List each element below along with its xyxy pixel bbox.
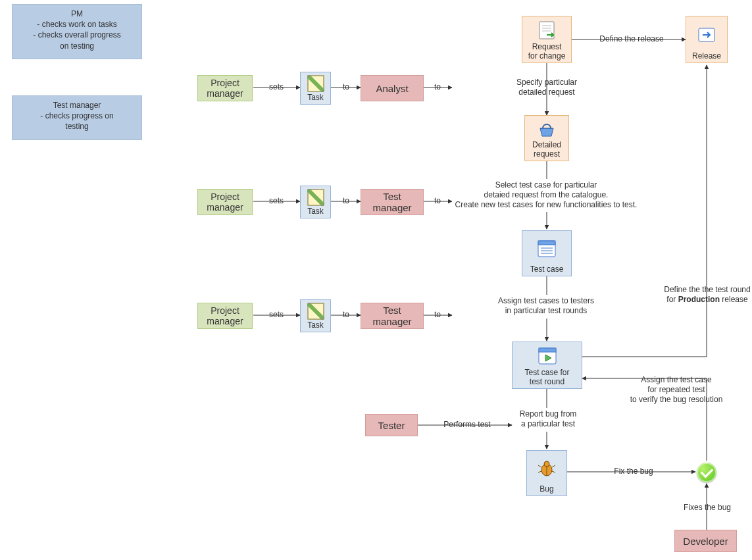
task-label: Task [307,207,324,216]
release-label: Release [692,52,721,61]
role-project-manager-1: Project manager [197,75,253,101]
edge-define-release: Define the release [592,34,671,44]
edge-assign-testers: Assign test cases to testers in particul… [490,296,602,316]
note-pm-l3: on testing [18,41,136,51]
window-list-icon [525,234,568,264]
edge-to-2a: to [339,196,353,206]
object-bug: Bug [526,450,567,496]
role-test-manager-1: Test manager [361,189,424,215]
note-tm-title: Test manager [18,100,136,111]
note-pm-l2: - checks overall progress [18,30,136,40]
edge-sets-3: sets [263,310,289,320]
svg-rect-33 [538,241,555,245]
role-tester: Tester [365,414,418,436]
svg-line-42 [552,465,555,467]
bug-label: Bug [539,485,553,494]
svg-rect-38 [539,348,556,352]
edge-define-production: Define the the test round for Production… [658,275,752,305]
object-detailed-request: Detailed request [524,115,569,161]
basket-icon [528,118,566,140]
object-request-for-change: Request for change [522,16,572,63]
document-arrow-icon [525,19,568,41]
object-test-case: Test case [522,230,572,276]
edge-sets-2: sets [263,196,289,206]
svg-line-44 [552,471,555,472]
svg-line-41 [538,465,541,467]
test-case-label: Test case [530,265,564,274]
edge-to-1b: to [431,82,444,92]
note-pm: PM - checks work on tasks - checks overa… [12,4,142,59]
edge-select-catalogue: Select test case for particular detaied … [451,180,641,210]
detailed-request-label: Detailed request [532,141,561,159]
role-test-manager-2: Test manager [361,303,424,329]
object-task-2: Task [300,186,331,218]
diagram-canvas: PM - checks work on tasks - checks overa… [0,0,752,560]
note-test-manager: Test manager - checks progress on testin… [12,95,142,140]
bug-icon [530,453,564,484]
role-analyst: Analyst [361,75,424,101]
task-icon [303,303,328,320]
note-pm-l1: - checks work on tasks [18,19,136,30]
edge-to-1a: to [339,82,353,92]
object-task-1: Task [300,72,331,105]
note-pm-title: PM [18,9,136,19]
task-label: Task [307,321,324,330]
role-developer: Developer [674,530,737,552]
edge-fixes-the-bug: Fixes the bug [681,503,734,513]
object-release: Release [686,16,728,63]
svg-point-40 [544,461,549,467]
task-icon [303,75,328,92]
edge-define-production-c: release [720,295,748,304]
edge-report-bug: Report bug from a particular test [509,409,588,429]
edge-specify-detailed: Specify particular detailed request [500,78,593,97]
request-for-change-label: Request for change [528,43,566,61]
test-case-for-round-label: Test case for test round [524,369,569,387]
edge-assign-repeated: Assign the test case for repeated test t… [611,375,742,405]
task-label: Task [307,93,324,103]
check-icon [697,463,716,482]
edge-define-production-b: Production [678,295,720,304]
note-tm-l1: - checks progress on [18,111,136,121]
object-task-3: Task [300,299,331,332]
edge-to-3b: to [431,310,444,320]
edge-to-2b: to [431,196,444,206]
task-icon [303,189,328,206]
edge-to-3a: to [339,310,353,320]
window-play-icon [515,345,579,367]
svg-line-43 [538,471,541,472]
edge-performs-test: Performs test [434,420,500,430]
role-project-manager-3: Project manager [197,303,253,329]
note-tm-l2: testing [18,121,136,132]
release-arrow-icon [689,19,724,51]
role-project-manager-2: Project manager [197,189,253,215]
edge-sets-1: sets [263,82,289,92]
edge-fix-the-bug: Fix the bug [604,467,663,476]
object-test-case-for-round: Test case for test round [512,342,582,389]
